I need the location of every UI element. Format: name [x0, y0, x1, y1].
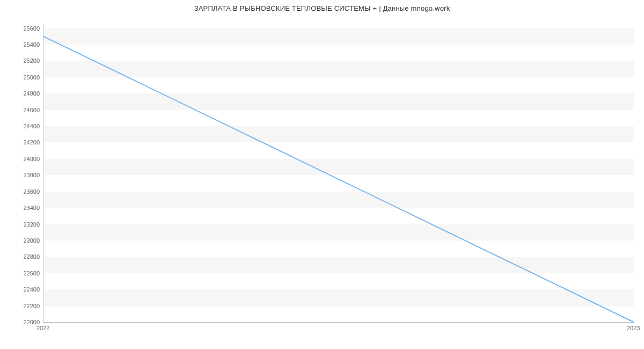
x-tick-label: 2023: [627, 325, 640, 331]
chart-container: ЗАРПЛАТА В РЫБНОВСКИЕ ТЕПЛОВЫЕ СИСТЕМЫ +…: [0, 0, 644, 349]
y-tick-label: 25000: [2, 74, 40, 81]
y-tick-label: 24800: [2, 90, 40, 97]
plot-area: [43, 24, 634, 323]
y-tick-label: 23800: [2, 172, 40, 178]
chart-title: ЗАРПЛАТА В РЫБНОВСКИЕ ТЕПЛОВЫЕ СИСТЕМЫ +…: [0, 0, 644, 12]
y-tick-label: 22000: [2, 319, 40, 325]
y-tick-label: 22400: [2, 286, 40, 293]
y-tick-label: 22200: [2, 303, 40, 309]
y-tick-label: 24200: [2, 139, 40, 146]
y-tick-label: 25600: [2, 25, 40, 32]
y-tick-label: 25200: [2, 57, 40, 64]
y-tick-label: 24400: [2, 123, 40, 129]
y-tick-label: 22800: [2, 253, 40, 260]
y-tick-label: 23000: [2, 237, 40, 244]
line-series: [43, 24, 634, 322]
x-tick-label: 2022: [36, 325, 49, 331]
y-tick-label: 25400: [2, 41, 40, 48]
y-tick-label: 23400: [2, 205, 40, 211]
y-tick-label: 24600: [2, 107, 40, 113]
y-tick-label: 23600: [2, 188, 40, 195]
y-tick-label: 22600: [2, 270, 40, 277]
y-tick-label: 23200: [2, 221, 40, 228]
y-tick-label: 24000: [2, 156, 40, 162]
